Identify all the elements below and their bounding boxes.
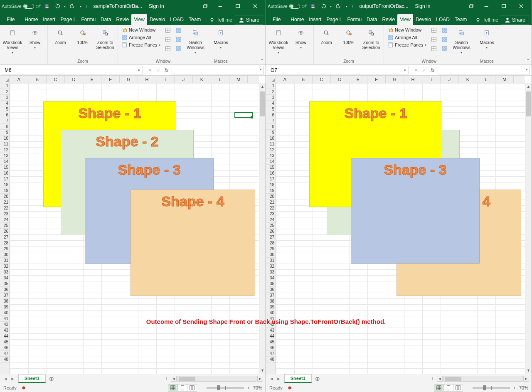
fx-icon[interactable]: fx (165, 67, 168, 73)
tab-formu[interactable]: Formu (79, 14, 98, 25)
macro-record-icon[interactable] (21, 385, 27, 391)
row-head[interactable]: 14 (266, 159, 276, 165)
row-head[interactable]: 19 (266, 188, 276, 194)
row-head[interactable]: 39 (266, 304, 276, 310)
row-head[interactable]: 45 (0, 339, 10, 345)
tab-view[interactable]: View (397, 14, 413, 25)
col-head[interactable]: I (422, 76, 441, 83)
row-head[interactable]: 40 (266, 310, 276, 316)
tab-develo[interactable]: Develo (413, 14, 433, 25)
row-head[interactable]: 28 (0, 240, 10, 246)
zoom-out-button[interactable]: − (466, 385, 469, 390)
close-button[interactable] (246, 0, 264, 12)
select-all-corner[interactable] (0, 76, 10, 83)
row-head[interactable]: 16 (266, 170, 276, 176)
zoom-slider[interactable] (473, 387, 510, 389)
ribbon-options-icon[interactable] (202, 3, 208, 9)
row-head[interactable]: 29 (266, 246, 276, 252)
tab-file[interactable]: File (268, 14, 285, 25)
row-head[interactable]: 26 (266, 229, 276, 234)
vertical-scrollbar[interactable]: ▲▼ (525, 83, 532, 374)
row-head[interactable]: 8 (0, 124, 10, 130)
tab-formu[interactable]: Formu (345, 14, 364, 25)
row-head[interactable]: 17 (266, 176, 276, 182)
row-head[interactable]: 18 (0, 182, 10, 188)
row-head[interactable]: 37 (266, 293, 276, 298)
save-icon[interactable] (44, 3, 50, 9)
autosave-toggle[interactable]: AutoSave Off (268, 4, 307, 9)
unhide-icon[interactable] (164, 45, 172, 52)
row-head[interactable]: 25 (266, 223, 276, 229)
ribbon-options-icon[interactable] (468, 3, 474, 9)
page-layout-view-button[interactable] (443, 384, 453, 392)
row-head[interactable]: 34 (266, 275, 276, 281)
row-head[interactable]: 37 (0, 293, 10, 298)
tab-team[interactable]: Team (186, 14, 203, 25)
page-layout-view-button[interactable] (177, 384, 187, 392)
freeze-panes-button[interactable]: Freeze Panes▾ (121, 42, 161, 48)
minimize-button[interactable] (212, 0, 229, 12)
row-head[interactable]: 44 (266, 333, 276, 339)
row-head[interactable]: 42 (0, 322, 10, 328)
tab-revie[interactable]: Revie (379, 14, 397, 25)
shape-3[interactable]: Shape - 3 (351, 158, 480, 264)
horizontal-scrollbar[interactable] (177, 376, 256, 382)
signin-link[interactable]: Sign in (149, 3, 164, 9)
row-head[interactable]: 46 (266, 345, 276, 351)
tab-insert[interactable]: Insert (40, 14, 58, 25)
add-sheet-button[interactable]: ⊕ (312, 375, 323, 382)
row-head[interactable]: 10 (0, 136, 10, 141)
side-by-side-icon[interactable] (175, 27, 183, 34)
row-head[interactable]: 23 (0, 211, 10, 217)
collapse-ribbon-icon[interactable]: ˄ (527, 58, 529, 63)
col-head[interactable]: F (101, 76, 120, 83)
row-head[interactable]: 20 (266, 194, 276, 200)
col-head[interactable]: A (276, 76, 294, 83)
row-head[interactable]: 34 (0, 275, 10, 281)
row-head[interactable]: 5 (0, 106, 10, 112)
row-head[interactable]: 28 (266, 240, 276, 246)
col-head[interactable]: G (386, 76, 404, 83)
collapse-ribbon-icon[interactable]: ˄ (261, 58, 263, 63)
share-button[interactable]: Share (501, 15, 529, 25)
enter-icon[interactable]: ✓ (156, 67, 160, 73)
col-head[interactable]: F (367, 76, 386, 83)
col-head[interactable]: D (331, 76, 349, 83)
row-head[interactable]: 46 (0, 345, 10, 351)
sync-scroll-icon[interactable] (175, 36, 183, 43)
row-head[interactable]: 24 (266, 217, 276, 223)
row-head[interactable]: 15 (0, 165, 10, 170)
tab-data[interactable]: Data (364, 14, 379, 25)
col-head[interactable]: E (349, 76, 367, 83)
row-head[interactable]: 33 (0, 269, 10, 275)
col-head[interactable]: L (477, 76, 495, 83)
tab-insert[interactable]: Insert (306, 14, 324, 25)
macros-button[interactable]: Macros▾ (477, 27, 497, 49)
row-head[interactable]: 40 (0, 310, 10, 316)
col-head[interactable]: K (193, 76, 211, 83)
row-head[interactable]: 4 (266, 101, 276, 106)
row-head[interactable]: 36 (0, 287, 10, 293)
enter-icon[interactable]: ✓ (422, 67, 426, 73)
row-head[interactable]: 12 (266, 147, 276, 153)
minimize-button[interactable] (478, 0, 495, 12)
col-head[interactable]: I (156, 76, 175, 83)
col-head[interactable]: B (294, 76, 313, 83)
tab-data[interactable]: Data (98, 14, 113, 25)
fx-icon[interactable]: fx (431, 67, 434, 73)
freeze-panes-button[interactable]: Freeze Panes▾ (387, 42, 427, 48)
undo-icon[interactable] (320, 3, 326, 9)
col-head[interactable]: G (120, 76, 138, 83)
row-head[interactable]: 39 (0, 304, 10, 310)
row-head[interactable]: 2 (266, 89, 276, 95)
split-icon[interactable] (430, 27, 438, 34)
row-head[interactable]: 43 (0, 328, 10, 333)
row-head[interactable]: 11 (266, 141, 276, 147)
row-head[interactable]: 43 (266, 328, 276, 333)
worksheet-grid[interactable]: ABCDEFGHIJKLM 12345678910111213141516171… (0, 76, 266, 374)
row-head[interactable]: 27 (266, 234, 276, 240)
shape-4[interactable]: Shape - 4 (131, 190, 255, 296)
cancel-icon[interactable]: ✕ (148, 67, 152, 73)
add-sheet-button[interactable]: ⊕ (46, 375, 57, 382)
tab-nav-next-icon[interactable]: ► (10, 376, 15, 381)
